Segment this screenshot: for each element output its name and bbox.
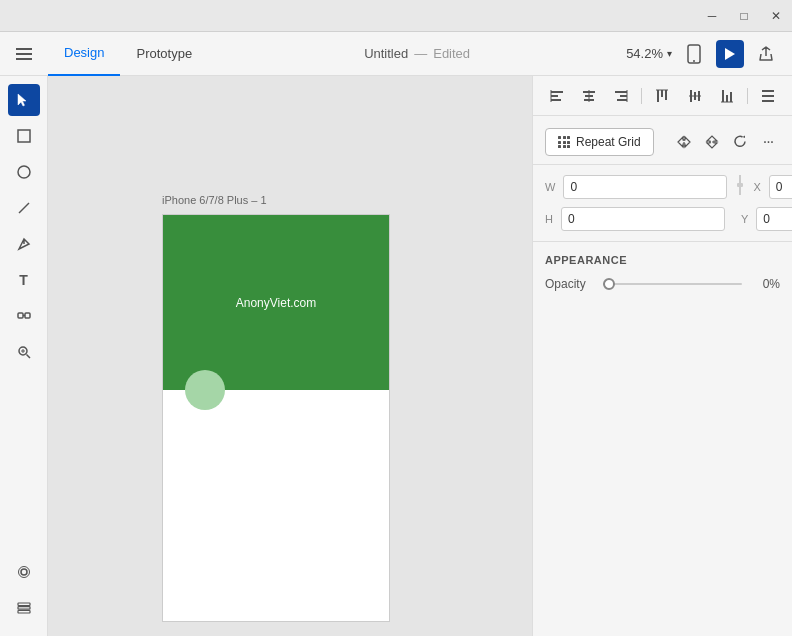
artboard-text: AnonyViet.com — [236, 296, 317, 310]
zoom-selector[interactable]: 54.2% ▾ — [626, 46, 672, 61]
dimensions-section: W X H Y — [533, 165, 792, 242]
flip-h-button[interactable] — [672, 130, 696, 154]
pen-tool[interactable] — [8, 228, 40, 260]
doc-separator: — — [414, 46, 427, 61]
svg-rect-2 — [16, 58, 32, 60]
dims-row-hxy: H Y — [545, 207, 780, 231]
layer-tool[interactable] — [8, 592, 40, 624]
svg-rect-31 — [620, 95, 627, 97]
svg-marker-5 — [725, 48, 735, 60]
opacity-slider[interactable] — [603, 276, 742, 292]
svg-rect-42 — [722, 90, 724, 102]
svg-rect-44 — [730, 92, 732, 102]
transform-buttons: ··· — [672, 130, 780, 154]
svg-rect-21 — [18, 611, 30, 614]
toolbar-right: 54.2% ▾ — [626, 40, 792, 68]
dims-chain-icon — [735, 175, 745, 199]
svg-rect-43 — [726, 95, 728, 102]
align-right-button[interactable] — [609, 84, 633, 108]
component-tool[interactable] — [8, 556, 40, 588]
opacity-value: 0% — [750, 277, 780, 291]
align-bottom-button[interactable] — [715, 84, 739, 108]
appearance-title: APPEARANCE — [545, 254, 780, 266]
menu-button[interactable] — [0, 48, 48, 60]
x-input[interactable] — [769, 175, 792, 199]
svg-rect-20 — [18, 607, 30, 610]
close-button[interactable]: ✕ — [768, 8, 784, 24]
rectangle-tool[interactable] — [8, 120, 40, 152]
doc-title-area: Untitled — Edited — [208, 46, 626, 61]
align-left-button[interactable] — [545, 84, 569, 108]
tools-panel: T — [0, 76, 48, 636]
flip-v-button[interactable] — [700, 130, 724, 154]
text-tool[interactable]: T — [8, 264, 40, 296]
svg-rect-34 — [657, 90, 659, 102]
artboard-white-section — [163, 390, 389, 621]
svg-line-14 — [26, 355, 30, 359]
opacity-track — [603, 283, 742, 285]
artboard-circle — [185, 370, 225, 410]
opacity-label: Opacity — [545, 277, 595, 291]
svg-rect-30 — [615, 91, 627, 93]
rotate-button[interactable] — [728, 130, 752, 154]
y-input[interactable] — [756, 207, 792, 231]
props-panel: Repeat Grid ··· W — [532, 76, 792, 636]
align-more-button[interactable] — [756, 84, 780, 108]
w-label: W — [545, 181, 555, 193]
y-label: Y — [741, 213, 748, 225]
svg-marker-6 — [18, 94, 26, 106]
align-row — [533, 76, 792, 116]
minimize-button[interactable]: ─ — [704, 8, 720, 24]
dims-row-wh: W X — [545, 175, 780, 199]
svg-rect-11 — [25, 313, 30, 318]
asset-tool[interactable] — [8, 300, 40, 332]
more-transform-button[interactable]: ··· — [756, 130, 780, 154]
select-tool[interactable] — [8, 84, 40, 116]
svg-rect-0 — [16, 48, 32, 50]
play-button[interactable] — [716, 40, 744, 68]
tab-design[interactable]: Design — [48, 32, 120, 76]
align-divider — [641, 88, 642, 104]
canvas-area[interactable]: iPhone 6/7/8 Plus – 1 AnonyViet.com — [48, 76, 532, 636]
line-tool[interactable] — [8, 192, 40, 224]
svg-rect-46 — [762, 90, 774, 92]
svg-rect-33 — [627, 90, 628, 102]
svg-rect-53 — [737, 183, 743, 187]
svg-point-8 — [18, 166, 30, 178]
repeat-grid-button[interactable]: Repeat Grid — [545, 128, 654, 156]
align-top-button[interactable] — [650, 84, 674, 108]
svg-rect-41 — [689, 95, 701, 96]
svg-rect-23 — [551, 95, 558, 97]
tab-prototype[interactable]: Prototype — [120, 32, 208, 76]
svg-rect-29 — [589, 90, 590, 102]
x-label: X — [753, 181, 760, 193]
zoom-tool[interactable] — [8, 336, 40, 368]
artboard-green-section: AnonyViet.com — [163, 215, 389, 390]
align-middle-button[interactable] — [683, 84, 707, 108]
ellipse-tool[interactable] — [8, 156, 40, 188]
share-button[interactable] — [752, 40, 780, 68]
svg-rect-24 — [551, 99, 561, 101]
repeat-grid-section: Repeat Grid ··· — [533, 116, 792, 165]
align-center-h-button[interactable] — [577, 84, 601, 108]
svg-point-4 — [693, 60, 695, 62]
h-label: H — [545, 213, 553, 225]
svg-rect-7 — [18, 130, 30, 142]
title-bar: ─ □ ✕ — [0, 0, 792, 32]
artboard[interactable]: AnonyViet.com — [162, 214, 390, 622]
opacity-thumb[interactable] — [603, 278, 615, 290]
svg-point-17 — [21, 569, 27, 575]
svg-rect-37 — [656, 89, 668, 90]
svg-rect-1 — [16, 53, 32, 55]
svg-point-18 — [18, 567, 29, 578]
w-input[interactable] — [563, 175, 727, 199]
maximize-button[interactable]: □ — [736, 8, 752, 24]
doc-status: Edited — [433, 46, 470, 61]
preview-device-button[interactable] — [680, 40, 708, 68]
tools-bottom — [8, 556, 40, 636]
appearance-section: APPEARANCE Opacity 0% — [533, 242, 792, 304]
main-area: T — [0, 76, 792, 636]
svg-rect-32 — [617, 99, 627, 101]
h-input[interactable] — [561, 207, 725, 231]
artboard-label: iPhone 6/7/8 Plus – 1 — [162, 194, 267, 206]
